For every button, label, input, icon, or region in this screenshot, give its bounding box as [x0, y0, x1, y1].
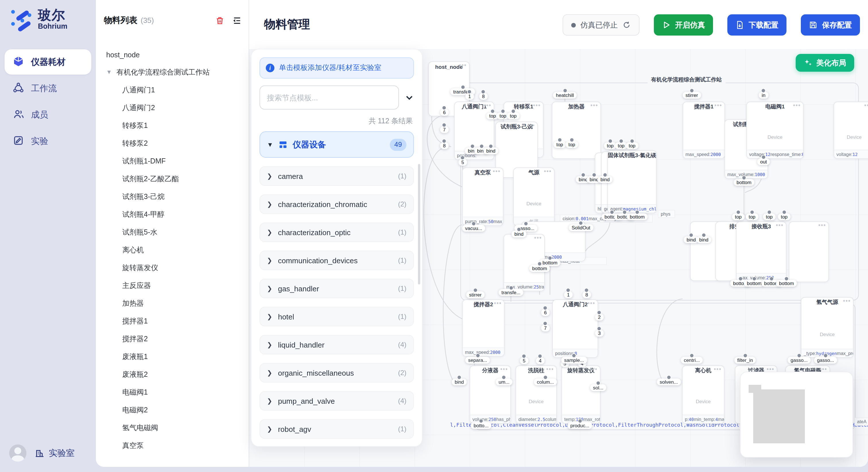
trash-icon[interactable]	[215, 16, 224, 25]
node-menu-icon[interactable]: •••	[544, 168, 552, 174]
node-menu-icon[interactable]: •••	[527, 122, 535, 129]
port-pill[interactable]: top	[746, 213, 758, 220]
port-pill[interactable]: 7	[440, 126, 448, 133]
port-pill[interactable]: 8	[479, 93, 487, 100]
port-pill[interactable]: bind	[452, 378, 467, 385]
port-pill[interactable]: bind	[484, 147, 498, 154]
port-pill[interactable]: transfe...	[499, 289, 523, 296]
canvas-node[interactable]: •••	[789, 222, 829, 282]
port-pill[interactable]: 8	[582, 291, 591, 298]
sidebar-item-workflow[interactable]: 工作流	[5, 76, 91, 101]
tree-item[interactable]: 八通阀门1	[96, 81, 249, 99]
tree-item[interactable]: 废液瓶2	[96, 366, 249, 384]
category-row-robot_agv[interactable]: ❯robot_agv(1)	[259, 419, 414, 439]
port-pill[interactable]: bind	[696, 236, 711, 243]
port-pill[interactable]: 3	[595, 330, 603, 337]
port-pill[interactable]: 2	[595, 314, 603, 321]
port-pill[interactable]: centri...	[681, 357, 703, 364]
port-pill[interactable]: top	[565, 141, 578, 148]
port-pill[interactable]: 1	[465, 93, 474, 100]
port-pill[interactable]: gasso...	[814, 357, 837, 364]
canvas-node[interactable]: 电磁阀1•••Devicevoltage: 12 response_time: …	[746, 102, 804, 159]
chevron-down-icon[interactable]	[405, 93, 414, 102]
port-pill[interactable]: bind	[598, 176, 613, 183]
minimap[interactable]	[740, 372, 853, 458]
port-pill[interactable]: 6	[541, 309, 549, 316]
port-pill[interactable]: top	[507, 112, 520, 119]
node-menu-icon[interactable]: •••	[484, 102, 491, 108]
port-pill[interactable]: separa...	[465, 357, 490, 364]
canvas-node[interactable]: •••Devicevoltage: 12	[834, 102, 868, 159]
port-pill[interactable]: in	[758, 92, 768, 99]
template-search-input[interactable]	[259, 86, 399, 109]
tree-item[interactable]: 试剂瓶5-水	[96, 224, 249, 241]
port-pill[interactable]: 8	[440, 142, 448, 149]
tree-item[interactable]: 真空泵	[96, 437, 249, 455]
node-menu-icon[interactable]: •••	[793, 102, 801, 108]
port-pill[interactable]: top	[732, 213, 745, 220]
canvas-node[interactable]: 洗脱柱•••Devicediameter: 2.5 column_type: s…	[516, 365, 557, 424]
port-pill[interactable]: 4	[536, 357, 544, 364]
canvas-node[interactable]: 固体试剂瓶3-氯化镁•••agent: magnesium_chloride	[608, 150, 657, 213]
node-menu-icon[interactable]: •••	[546, 366, 554, 372]
port-pill[interactable]: top	[778, 213, 790, 220]
beautify-layout-button[interactable]: 美化布局	[796, 54, 854, 72]
tree-item-group[interactable]: ▼有机化学流程综合测试工作站	[96, 64, 249, 81]
sidebar-item-members[interactable]: 成员	[5, 102, 91, 127]
canvas-node[interactable]: 真空泵•••pump_rate: 50 max_vacuum: 0.1	[462, 167, 503, 226]
simulation-status-pill[interactable]: 仿真已停止	[563, 14, 640, 36]
tree-item[interactable]: 搅拌器2	[96, 330, 249, 348]
port-pill[interactable]: bottom	[529, 265, 550, 272]
tree-item[interactable]: 试剂瓶3-己烷	[96, 188, 249, 206]
tree-item[interactable]: 主反应器	[96, 277, 249, 295]
node-menu-icon[interactable]: •••	[534, 235, 542, 241]
port-pill[interactable]: heatchill	[553, 92, 577, 99]
node-menu-icon[interactable]: •••	[590, 102, 598, 108]
category-row-characterization_optic[interactable]: ❯characterization_optic(1)	[259, 223, 414, 242]
category-row-hotel[interactable]: ❯hotel(1)	[259, 307, 414, 326]
start-simulation-button[interactable]: 开启仿真	[654, 14, 713, 36]
port-pill[interactable]: bottom	[734, 179, 754, 186]
node-menu-icon[interactable]: •••	[500, 366, 508, 372]
port-pill[interactable]: 6	[440, 109, 448, 116]
category-row-camera[interactable]: ❯camera(1)	[259, 166, 414, 186]
port-pill[interactable]: 1	[564, 291, 572, 298]
category-row-organic_miscellaneous[interactable]: ❯organic_miscellaneous(2)	[259, 363, 414, 382]
node-menu-icon[interactable]: •••	[646, 151, 654, 157]
sidebar-item-instruments[interactable]: 仪器耗材	[5, 49, 91, 74]
canvas-node[interactable]: 离心机•••Devicep: 40 min_temp: 4 max_spe	[682, 365, 724, 424]
tree-item[interactable]: 电磁阀1	[96, 384, 249, 401]
tree-item[interactable]: 转移泵2	[96, 135, 249, 153]
canvas-node[interactable]: 分液器•••volume: 250 has_phases: true	[470, 365, 511, 424]
sidebar-item-experiments[interactable]: 实验	[5, 129, 91, 154]
tree-item[interactable]: 废液瓶1	[96, 348, 249, 366]
tree-item[interactable]: 试剂瓶2-乙酸乙酯	[96, 170, 249, 188]
port-pill[interactable]: um...	[496, 378, 513, 385]
node-menu-icon[interactable]: •••	[818, 222, 826, 228]
port-pill[interactable]: stirrer	[466, 291, 484, 298]
port-pill[interactable]: bind	[512, 231, 526, 237]
port-pill[interactable]: sol...	[590, 384, 606, 391]
canvas-node[interactable]: 气源•••Device气源	[513, 167, 555, 226]
sidebar-item-lab[interactable]: 实验室	[34, 448, 74, 459]
port-pill[interactable]: SolidOut	[569, 224, 593, 231]
tree-item[interactable]: 试剂瓶4-甲醇	[96, 206, 249, 224]
node-menu-icon[interactable]: •••	[714, 102, 722, 108]
port-pill[interactable]: sample...	[561, 357, 587, 364]
port-pill[interactable]: 5	[458, 159, 467, 166]
tree-item[interactable]: 离心机	[96, 241, 249, 259]
panel-scrollbar[interactable]	[418, 164, 420, 284]
port-pill[interactable]: top	[553, 141, 566, 148]
port-pill[interactable]: solven...	[657, 378, 681, 385]
port-pill[interactable]: stirrer	[683, 92, 701, 99]
tree-item[interactable]: 试剂瓶1-DMF	[96, 153, 249, 170]
category-group-instruments[interactable]: ▼ 仪器设备 49	[259, 131, 414, 158]
node-menu-icon[interactable]: •••	[494, 300, 502, 306]
download-config-button[interactable]: 下载配置	[727, 14, 786, 36]
category-row-communication_devices[interactable]: ❯communication_devices(1)	[259, 250, 414, 270]
canvas-node[interactable]: 氢气气源•••Device_type: hydrogen max_pre	[801, 297, 854, 358]
category-row-characterization_chromatic[interactable]: ❯characterization_chromatic(2)	[259, 194, 414, 214]
canvas-node[interactable]: 搅拌器1•••max_speed: 2000	[683, 102, 725, 159]
port-pill[interactable]: bottom	[627, 213, 648, 220]
tree-item[interactable]: 旋转蒸发仪	[96, 259, 249, 277]
